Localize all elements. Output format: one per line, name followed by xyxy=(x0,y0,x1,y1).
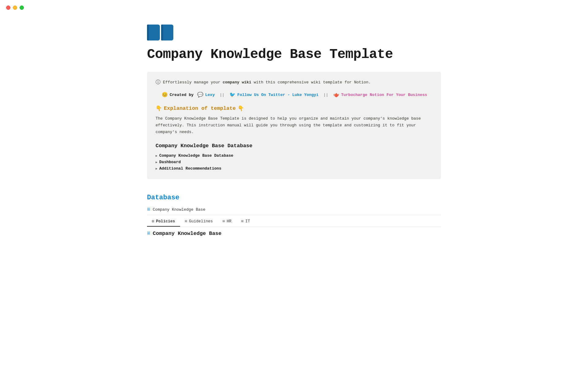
separator-1: || xyxy=(220,93,224,97)
toggle-list: ▶ Company Knowledge Base Database ▶ Dash… xyxy=(156,152,432,172)
tabs-bar: ⊞ Policies ⊞ Guidelines ⊞ HR ⊞ IT xyxy=(147,217,441,227)
tab-policies-label: Policies xyxy=(156,219,175,224)
info-icon: ⓘ xyxy=(156,79,160,86)
bottom-entry-text: Company Knowledge Base xyxy=(153,231,221,236)
separator-2: || xyxy=(323,93,328,97)
toggle-arrow-2: ▶ xyxy=(156,160,157,164)
toggle-label-2: Dashboard xyxy=(159,160,181,164)
meta-lexy: 💬 Lexy xyxy=(197,92,215,98)
database-section-heading: Database xyxy=(147,189,441,204)
page-icon xyxy=(147,25,173,40)
tab-it-grid-icon: ⊞ xyxy=(241,219,243,224)
db-sub-heading: Company Knowledge Base Database xyxy=(156,143,432,149)
tab-it-label: IT xyxy=(245,219,250,224)
database-section: Database ≡ Company Knowledge Base ⊞ Poli… xyxy=(147,189,441,240)
window-controls xyxy=(0,0,30,15)
toggle-item-2[interactable]: ▶ Dashboard xyxy=(156,159,432,165)
explanation-title: Explanation of template xyxy=(164,105,236,111)
tab-guidelines[interactable]: ⊞ Guidelines xyxy=(180,217,218,227)
notion-link[interactable]: Turbocharge Notion For Your Business xyxy=(341,93,427,97)
tab-hr-label: HR xyxy=(227,219,232,224)
explanation-emoji-left: 👇 xyxy=(156,105,162,112)
meta-notion: 🫖 Turbocharge Notion For Your Business xyxy=(333,92,427,98)
twitter-link[interactable]: Follow Us On Twitter - Luke Yongyi xyxy=(237,93,318,97)
toggle-label-1: Company Knowledge Base Database xyxy=(159,153,233,158)
tab-hr[interactable]: ⊞ HR xyxy=(218,217,236,227)
callout-bold-text: company wiki xyxy=(223,80,251,85)
toggle-arrow-1: ▶ xyxy=(156,154,157,158)
minimize-button[interactable] xyxy=(13,6,17,10)
tab-hr-grid-icon: ⊞ xyxy=(223,219,225,224)
callout-box: ⓘ Effortlessly manage your company wiki … xyxy=(147,72,441,179)
tab-guidelines-label: Guidelines xyxy=(189,219,213,224)
explanation-body: The Company Knowledge Base Template is d… xyxy=(156,115,432,136)
book-icon-left xyxy=(147,25,160,40)
notion-emoji: 🫖 xyxy=(333,92,339,98)
meta-created: 😊 Created by xyxy=(162,92,194,98)
page-title: Company Knowledge Base Template xyxy=(147,47,441,62)
lexy-emoji: 💬 xyxy=(197,92,203,98)
lexy-link[interactable]: Lexy xyxy=(205,93,215,97)
toggle-arrow-3: ▶ xyxy=(156,167,157,171)
database-row[interactable]: ≡ Company Knowledge Base xyxy=(147,204,441,215)
tab-policies[interactable]: ⊞ Policies xyxy=(147,217,180,227)
meta-twitter: 🐦 Follow Us On Twitter - Luke Yongyi xyxy=(229,92,318,98)
created-label: Created by xyxy=(170,93,194,97)
created-emoji: 😊 xyxy=(162,92,168,98)
close-button[interactable] xyxy=(6,6,10,10)
database-row-text: Company Knowledge Base xyxy=(153,207,205,212)
maximize-button[interactable] xyxy=(20,6,24,10)
toggle-item-3[interactable]: ▶ Additional Recommendations xyxy=(156,165,432,172)
twitter-emoji: 🐦 xyxy=(229,92,236,98)
tab-policies-grid-icon: ⊞ xyxy=(152,219,154,224)
callout-meta: 😊 Created by 💬 Lexy || 🐦 Follow Us On Tw… xyxy=(156,92,432,98)
callout-header: ⓘ Effortlessly manage your company wiki … xyxy=(156,79,432,86)
bottom-entry-icon: ≡ xyxy=(147,230,150,236)
main-content: Company Knowledge Base Template ⓘ Effort… xyxy=(110,0,478,259)
toggle-label-3: Additional Recommendations xyxy=(159,166,221,171)
database-stack-icon: ≡ xyxy=(147,206,150,213)
callout-intro: Effortlessly manage your company wiki wi… xyxy=(163,80,371,85)
toggle-item-1[interactable]: ▶ Company Knowledge Base Database xyxy=(156,152,432,159)
bottom-entry[interactable]: ≡ Company Knowledge Base xyxy=(147,227,441,240)
book-icon-right xyxy=(161,25,173,40)
tab-guidelines-grid-icon: ⊞ xyxy=(185,219,187,224)
explanation-heading: 👇 Explanation of template 👇 xyxy=(156,105,432,112)
tab-it[interactable]: ⊞ IT xyxy=(236,217,255,227)
explanation-emoji-right: 👇 xyxy=(238,105,244,112)
